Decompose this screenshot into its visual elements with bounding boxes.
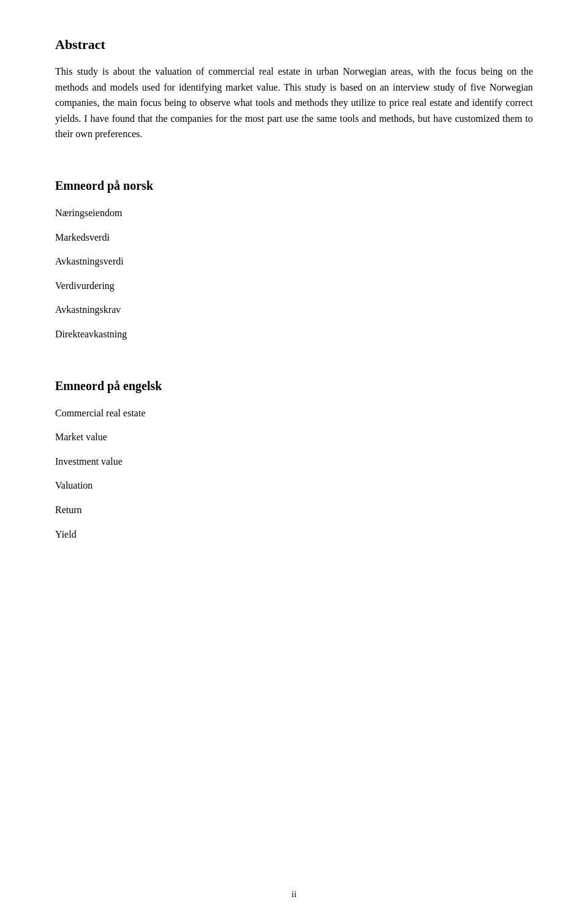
emneord-engelsk-heading: Emneord på engelsk [55,379,533,393]
list-item: Avkastningskrav [55,302,533,318]
list-item: Commercial real estate [55,405,533,421]
abstract-section: Abstract This study is about the valuati… [55,37,533,142]
norsk-keywords-list: NæringseiendomMarkedsverdiAvkastningsver… [55,205,533,342]
engelsk-keywords-list: Commercial real estateMarket valueInvest… [55,405,533,543]
emneord-engelsk-section: Emneord på engelsk Commercial real estat… [55,379,533,543]
emneord-norsk-section: Emneord på norsk NæringseiendomMarkedsve… [55,179,533,342]
list-item: Næringseiendom [55,205,533,221]
list-item: Return [55,502,533,518]
list-item: Investment value [55,454,533,470]
emneord-norsk-heading: Emneord på norsk [55,179,533,193]
list-item: Avkastningsverdi [55,254,533,269]
page: Abstract This study is about the valuati… [0,0,588,924]
list-item: Valuation [55,478,533,494]
page-number: ii [292,889,296,900]
list-item: Markedsverdi [55,230,533,246]
list-item: Market value [55,429,533,445]
abstract-heading: Abstract [55,37,533,53]
list-item: Verdivurdering [55,278,533,294]
list-item: Direkteavkastning [55,326,533,342]
list-item: Yield [55,527,533,543]
abstract-body: This study is about the valuation of com… [55,64,533,142]
